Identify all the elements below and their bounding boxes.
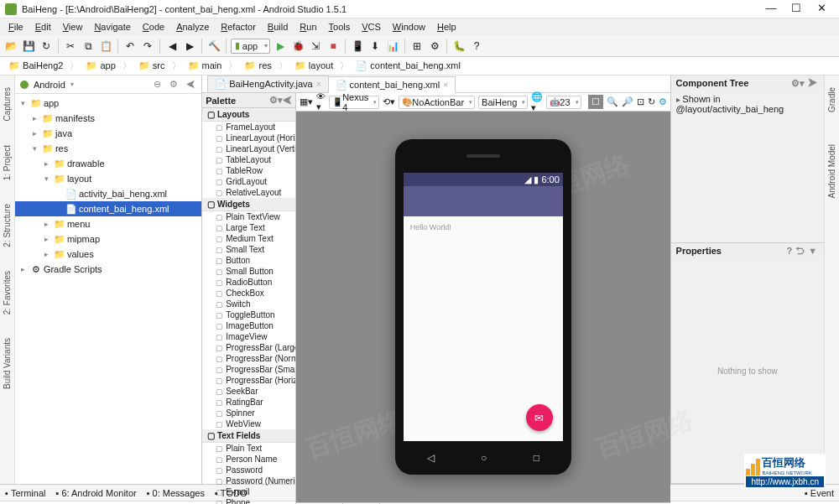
palette-item[interactable]: GridLayout [202, 176, 295, 187]
palette-item[interactable]: Switch [202, 299, 295, 309]
copy-icon[interactable]: ⧉ [81, 39, 96, 54]
back-icon[interactable]: ◀ [164, 39, 180, 54]
redo-icon[interactable]: ↷ [140, 39, 155, 54]
make-icon[interactable]: 🔨 [206, 39, 221, 54]
palette-item[interactable]: WebView [202, 418, 295, 429]
menu-tools[interactable]: Tools [324, 20, 356, 34]
help-icon[interactable]: ? [469, 39, 484, 54]
zoom-out-icon[interactable]: 🔎 [622, 96, 633, 107]
gutter-tab[interactable]: 2: Structure [3, 200, 12, 251]
structure-icon[interactable]: ⊞ [409, 39, 425, 54]
palette-toggle-icon[interactable]: ▦▾ [300, 96, 313, 107]
open-icon[interactable]: 📂 [3, 39, 18, 54]
palette-item[interactable]: ImageButton [202, 320, 295, 331]
gutter-tab[interactable]: Android Model [827, 141, 836, 201]
run-config-selector[interactable]: ▮ app [231, 39, 270, 54]
breadcrumb-item[interactable]: 📁 app [82, 60, 118, 72]
palette-item[interactable]: Small Button [202, 266, 295, 277]
palette-item[interactable]: Password [202, 465, 295, 475]
tree-node[interactable]: 📄activity_bai_heng.xml [15, 186, 201, 201]
tool-window-button[interactable]: ▪0: Messages [147, 488, 205, 498]
palette-category[interactable]: ▢ Text Fields [202, 429, 295, 443]
tree-node[interactable]: ▸📁menu [15, 216, 201, 231]
tree-node[interactable]: ▸📁values [15, 247, 201, 262]
palette-item[interactable]: Medium Text [202, 233, 295, 244]
gutter-tab[interactable]: 1: Project [3, 142, 12, 184]
menu-refactor[interactable]: Refactor [216, 20, 261, 34]
sync-icon[interactable]: ↻ [39, 39, 54, 54]
tree-node[interactable]: ▾📁layout [15, 171, 201, 186]
palette-item[interactable]: Plain Text [202, 443, 295, 454]
palette-item[interactable]: ImageView [202, 331, 295, 342]
gutter-tab[interactable]: Captures [3, 84, 12, 125]
palette-hide-icon[interactable]: ⮜ [283, 96, 292, 106]
editor-tab[interactable]: 📄 content_bai_heng.xml× [328, 76, 456, 93]
device-selector[interactable]: 📱Nexus 4 [329, 96, 379, 109]
palette-category[interactable]: ▢ Widgets [202, 198, 295, 211]
menu-edit[interactable]: Edit [30, 20, 56, 34]
gutter-tab[interactable]: 2: Favorites [3, 268, 12, 318]
attach-icon[interactable]: ⇲ [308, 39, 323, 54]
menu-code[interactable]: Code [138, 20, 169, 34]
tree-node[interactable]: ▸📁mipmap [15, 231, 201, 247]
bug-icon[interactable]: 🐛 [451, 39, 466, 54]
menu-analyze[interactable]: Analyze [171, 20, 214, 34]
palette-item[interactable]: ProgressBar (Large) [202, 342, 295, 353]
breadcrumb-item[interactable]: 📄 content_bai_heng.xml [352, 60, 464, 72]
tree-node[interactable]: ▸📁manifests [15, 111, 201, 126]
breadcrumb-item[interactable]: 📁 BaiHeng2 [5, 60, 66, 72]
breadcrumb-item[interactable]: 📁 res [241, 60, 274, 72]
palette-item[interactable]: CheckBox [202, 288, 295, 299]
palette-item[interactable]: ProgressBar (Normal) [202, 353, 295, 364]
close-tab-icon[interactable]: × [316, 80, 321, 89]
minimize-button[interactable]: — [758, 1, 784, 18]
breadcrumb-item[interactable]: 📁 src [135, 60, 169, 72]
breadcrumb-item[interactable]: 📁 layout [291, 60, 336, 72]
monitor-icon[interactable]: 📊 [385, 39, 400, 54]
tool-window-button[interactable]: ▪TODO [215, 488, 247, 498]
palette-item[interactable]: TableRow [202, 165, 295, 176]
api-selector[interactable]: 🤖23 [546, 96, 581, 109]
fab-button[interactable]: ✉ [526, 404, 553, 431]
undo-icon[interactable]: ↶ [122, 39, 138, 54]
ct-hide-icon[interactable]: ⮞ [806, 78, 819, 88]
palette-item[interactable]: ToggleButton [202, 309, 295, 320]
viewport-icon[interactable]: ☐ [588, 95, 603, 109]
menu-vcs[interactable]: VCS [357, 20, 386, 34]
save-icon[interactable]: 💾 [21, 39, 36, 54]
tree-node[interactable]: ▸📁java [15, 126, 201, 141]
palette-item[interactable]: Password (Numeric) [202, 475, 295, 486]
cut-icon[interactable]: ✂ [63, 39, 78, 54]
palette-item[interactable]: Spinner [202, 408, 295, 418]
prop-filter-icon[interactable]: ▼ [806, 246, 819, 256]
palette-item[interactable]: Button [202, 255, 295, 266]
stop-icon[interactable]: ■ [326, 39, 341, 54]
tree-node[interactable]: ▾📁app [15, 96, 201, 111]
tree-node[interactable]: ▸⚙Gradle Scripts [15, 262, 201, 277]
palette-item[interactable]: LinearLayout (Vertical) [202, 143, 295, 154]
project-tree[interactable]: ▾📁app▸📁manifests▸📁java▾📁res▸📁drawable▾📁l… [15, 94, 201, 484]
palette-item[interactable]: SeekBar [202, 386, 295, 397]
palette-item[interactable]: LinearLayout (Horizontal) [202, 132, 295, 143]
palette-item[interactable]: Person Name [202, 454, 295, 465]
tool-window-button[interactable]: ▪6: Android Monitor [55, 488, 136, 498]
palette-item[interactable]: RadioButton [202, 277, 295, 288]
zoom-fit-icon[interactable]: ⊡ [637, 96, 644, 107]
palette-item[interactable]: FrameLayout [202, 122, 295, 132]
run-icon[interactable]: ▶ [273, 39, 288, 54]
theme-selector[interactable]: 🎨NoActionBar [399, 96, 475, 109]
palette-item[interactable]: ProgressBar (Horizontal) [202, 375, 295, 386]
gutter-tab[interactable]: Build Variants [3, 335, 12, 392]
activity-selector[interactable]: BaiHeng [478, 96, 528, 109]
zoom-in-icon[interactable]: 🔍 [607, 96, 618, 107]
menu-window[interactable]: Window [388, 20, 430, 34]
editor-tab[interactable]: 📄 BaiHengActivity.java× [207, 75, 328, 92]
menu-navigate[interactable]: Navigate [89, 20, 135, 34]
breadcrumb-item[interactable]: 📁 main [185, 60, 226, 72]
palette-item[interactable]: Small Text [202, 244, 295, 255]
palette-item[interactable]: RatingBar [202, 397, 295, 408]
sdk-icon[interactable]: ⬇ [367, 39, 383, 54]
menu-file[interactable]: File [3, 20, 29, 34]
ct-gear-icon[interactable]: ⚙▾ [789, 78, 806, 89]
menu-view[interactable]: View [58, 20, 88, 34]
